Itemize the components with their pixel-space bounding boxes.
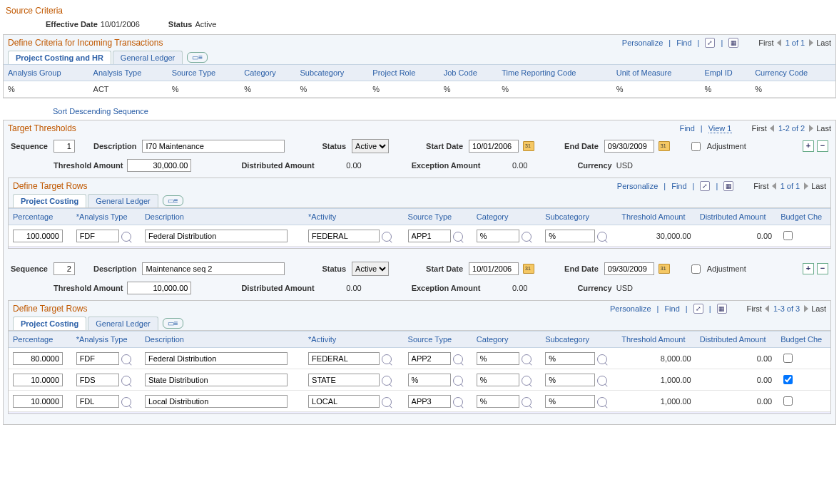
budget-check-checkbox[interactable] xyxy=(783,231,793,240)
lookup-icon[interactable] xyxy=(121,376,131,386)
analysis-type-input[interactable] xyxy=(76,374,119,386)
calendar-icon[interactable] xyxy=(523,264,534,274)
tab-project-costing[interactable]: Project Costing xyxy=(13,194,86,207)
lookup-icon[interactable] xyxy=(522,232,532,242)
calendar-icon[interactable] xyxy=(659,264,670,274)
grid-icon[interactable]: ▦ xyxy=(723,181,733,191)
col-header[interactable]: *Analysis Type xyxy=(72,331,141,348)
col-header[interactable]: Time Reporting Code xyxy=(497,65,611,81)
personalize-link[interactable]: Personalize xyxy=(622,38,663,47)
col-header[interactable]: Project Role xyxy=(368,65,439,81)
col-header[interactable]: Subcategory xyxy=(295,65,368,81)
tab-gl[interactable]: General Ledger xyxy=(113,51,183,64)
col-header[interactable]: Budget Che xyxy=(776,331,830,348)
zoom-icon[interactable]: ⤢ xyxy=(700,181,710,191)
lookup-icon[interactable] xyxy=(382,397,392,407)
sequence-input[interactable] xyxy=(54,140,75,153)
prev-icon[interactable] xyxy=(777,39,781,46)
lookup-icon[interactable] xyxy=(121,232,131,242)
zoom-icon[interactable]: ⤢ xyxy=(705,38,715,48)
next-icon[interactable] xyxy=(804,182,808,190)
lookup-icon[interactable] xyxy=(522,397,532,407)
personalize-link[interactable]: Personalize xyxy=(617,182,658,190)
lookup-icon[interactable] xyxy=(522,354,532,364)
budget-check-checkbox[interactable] xyxy=(783,396,793,406)
lookup-icon[interactable] xyxy=(597,354,607,364)
activity-input[interactable] xyxy=(308,374,380,386)
col-header[interactable]: Description xyxy=(141,331,304,348)
col-header[interactable]: Category xyxy=(240,65,295,81)
percentage-input[interactable] xyxy=(13,374,63,386)
subcategory-input[interactable] xyxy=(545,395,595,408)
status-select[interactable]: Active xyxy=(352,262,389,276)
activity-input[interactable] xyxy=(308,352,380,365)
category-input[interactable] xyxy=(477,352,519,365)
end-date-input[interactable] xyxy=(604,140,654,153)
grid-icon[interactable]: ▦ xyxy=(728,38,738,48)
adjustment-checkbox[interactable] xyxy=(691,264,701,274)
row-description-input[interactable] xyxy=(145,374,288,386)
grid-icon[interactable]: ▦ xyxy=(717,304,727,314)
end-date-input[interactable] xyxy=(604,262,654,275)
category-input[interactable] xyxy=(477,374,519,386)
budget-check-checkbox[interactable] xyxy=(783,375,793,384)
percentage-input[interactable] xyxy=(13,395,63,408)
counter[interactable]: 1 of 1 xyxy=(780,182,800,190)
threshold-amount-input[interactable] xyxy=(127,159,191,172)
source-type-input[interactable] xyxy=(408,352,451,365)
activity-input[interactable] xyxy=(308,395,380,408)
tab-project-costing[interactable]: Project Costing xyxy=(13,317,86,330)
description-input[interactable] xyxy=(142,262,285,275)
lookup-icon[interactable] xyxy=(597,232,607,242)
lookup-icon[interactable] xyxy=(522,376,532,386)
lookup-icon[interactable] xyxy=(453,232,463,242)
source-type-input[interactable] xyxy=(408,395,451,408)
col-header[interactable]: Percentage xyxy=(9,331,72,348)
col-header[interactable]: Empl ID xyxy=(701,65,751,81)
lookup-icon[interactable] xyxy=(121,354,131,364)
lookup-icon[interactable] xyxy=(382,354,392,364)
lookup-icon[interactable] xyxy=(597,376,607,386)
percentage-input[interactable] xyxy=(13,352,63,365)
start-date-input[interactable] xyxy=(469,262,519,275)
tt-view-link[interactable]: View 1 xyxy=(708,124,732,133)
source-type-input[interactable] xyxy=(408,374,451,386)
find-link[interactable]: Find xyxy=(676,38,691,47)
source-type-input[interactable] xyxy=(408,230,451,242)
zoom-icon[interactable]: ⤢ xyxy=(693,304,703,314)
threshold-amount-input[interactable] xyxy=(127,282,191,294)
calendar-icon[interactable] xyxy=(659,141,670,151)
lookup-icon[interactable] xyxy=(453,376,463,386)
lookup-icon[interactable] xyxy=(453,397,463,407)
col-header[interactable]: Source Type xyxy=(168,65,240,81)
lookup-icon[interactable] xyxy=(597,397,607,407)
sort-descending-link[interactable]: Sort Descending Sequence xyxy=(53,107,148,115)
col-header[interactable]: Category xyxy=(472,209,541,225)
show-all-cols-icon[interactable]: ▭≡ xyxy=(187,52,208,63)
adjustment-checkbox[interactable] xyxy=(691,142,701,151)
lookup-icon[interactable] xyxy=(382,232,392,242)
find-link[interactable]: Find xyxy=(664,304,679,313)
personalize-link[interactable]: Personalize xyxy=(610,304,651,313)
prev-icon[interactable] xyxy=(765,305,769,312)
category-input[interactable] xyxy=(477,230,519,242)
add-row-button[interactable]: + xyxy=(803,263,814,274)
col-header[interactable]: Subcategory xyxy=(541,209,617,225)
col-header[interactable]: Analysis Type xyxy=(89,65,168,81)
col-header[interactable]: Distributed Amount xyxy=(696,331,776,348)
tt-find-link[interactable]: Find xyxy=(679,124,694,133)
find-link[interactable]: Find xyxy=(671,182,686,190)
row-description-input[interactable] xyxy=(145,230,288,242)
sequence-input[interactable] xyxy=(54,262,75,275)
col-header[interactable]: Threshold Amount xyxy=(617,331,695,348)
col-header[interactable]: Category xyxy=(472,331,541,348)
category-input[interactable] xyxy=(477,395,519,408)
next-icon[interactable] xyxy=(804,305,808,312)
col-header[interactable]: Unit of Measure xyxy=(612,65,701,81)
col-header[interactable]: Description xyxy=(141,209,304,225)
tab-general-ledger[interactable]: General Ledger xyxy=(88,194,158,207)
add-row-button[interactable]: + xyxy=(803,140,814,152)
row-description-input[interactable] xyxy=(145,395,288,408)
counter[interactable]: 1 of 1 xyxy=(785,38,805,47)
col-header[interactable]: *Analysis Type xyxy=(72,209,141,225)
